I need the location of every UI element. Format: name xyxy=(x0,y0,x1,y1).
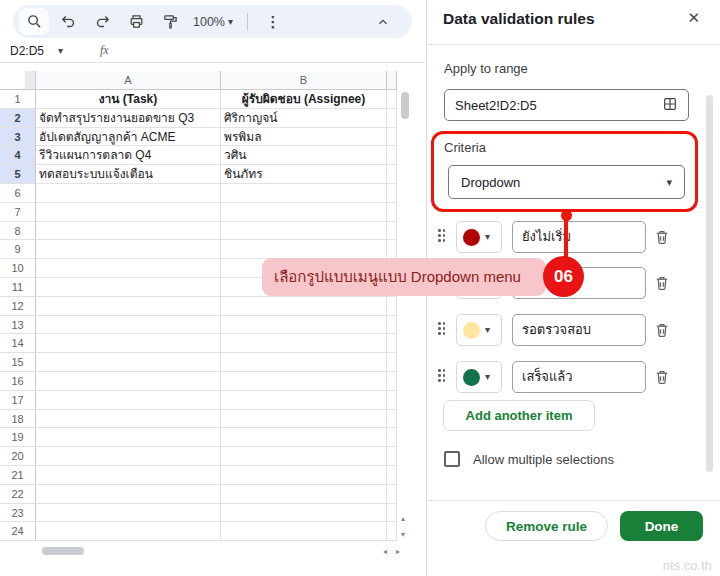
row-header-4[interactable]: 4 xyxy=(0,146,36,165)
row-header-22[interactable]: 22 xyxy=(0,485,36,504)
cell-c-sliver[interactable] xyxy=(387,184,397,203)
cell-B6[interactable] xyxy=(221,184,387,203)
cell-c-sliver[interactable] xyxy=(387,428,397,447)
cell-B5[interactable]: ชินภัทร xyxy=(221,165,387,184)
item-value-input[interactable]: ยังไม่เริ่ม xyxy=(512,221,646,253)
cell-c-sliver[interactable] xyxy=(387,447,397,466)
panel-scrollbar[interactable] xyxy=(706,95,713,472)
cell-A4[interactable]: รีวิวแผนการตลาด Q4 xyxy=(36,146,221,165)
row-header-15[interactable]: 15 xyxy=(0,353,36,372)
cell-A13[interactable] xyxy=(36,316,221,335)
cell-A10[interactable] xyxy=(36,259,221,278)
cell-c-sliver[interactable] xyxy=(387,203,397,222)
cell-c-sliver[interactable] xyxy=(387,146,397,165)
scroll-up-icon[interactable]: ▴ xyxy=(401,515,405,523)
select-range-icon[interactable] xyxy=(662,96,678,115)
cell-A21[interactable] xyxy=(36,466,221,485)
range-input[interactable]: Sheet2!D2:D5 xyxy=(444,89,689,121)
cell-B21[interactable] xyxy=(221,466,387,485)
cell-A5[interactable]: ทดสอบระบบแจ้งเตือน xyxy=(36,165,221,184)
row-header-11[interactable]: 11 xyxy=(0,278,36,297)
row-header-13[interactable]: 13 xyxy=(0,316,36,335)
row-header-17[interactable]: 17 xyxy=(0,391,36,410)
drag-handle-icon[interactable] xyxy=(438,369,447,384)
cell-c-sliver[interactable] xyxy=(387,353,397,372)
allow-multiple-checkbox[interactable] xyxy=(444,451,460,467)
cell-c-sliver[interactable] xyxy=(387,90,397,109)
cell-B24[interactable] xyxy=(221,522,387,541)
row-header-9[interactable]: 9 xyxy=(0,240,36,259)
row-header-19[interactable]: 19 xyxy=(0,428,36,447)
cell-A14[interactable] xyxy=(36,334,221,353)
redo-icon[interactable] xyxy=(87,8,117,35)
cell-A16[interactable] xyxy=(36,372,221,391)
cell-A23[interactable] xyxy=(36,504,221,523)
row-header-7[interactable]: 7 xyxy=(0,203,36,222)
cell-c-sliver[interactable] xyxy=(387,297,397,316)
cell-B12[interactable] xyxy=(221,297,387,316)
row-header-21[interactable]: 21 xyxy=(0,466,36,485)
cell-A6[interactable] xyxy=(36,184,221,203)
vertical-scrollbar[interactable] xyxy=(401,92,409,119)
cell-B17[interactable] xyxy=(221,391,387,410)
horizontal-scrollbar[interactable] xyxy=(42,547,84,555)
cell-c-sliver[interactable] xyxy=(387,485,397,504)
cell-A12[interactable] xyxy=(36,297,221,316)
row-header-20[interactable]: 20 xyxy=(0,447,36,466)
row-header-23[interactable]: 23 xyxy=(0,504,36,523)
row-header-2[interactable]: 2 xyxy=(0,109,36,128)
add-another-item-button[interactable]: Add another item xyxy=(443,400,595,431)
item-value-input[interactable]: รอตรวจสอบ xyxy=(512,314,646,346)
select-all-corner[interactable] xyxy=(0,71,36,90)
column-header-a[interactable]: A xyxy=(36,71,221,90)
cell-B2[interactable]: ศิริกาญจน์ xyxy=(221,109,387,128)
row-header-16[interactable]: 16 xyxy=(0,372,36,391)
remove-rule-button[interactable]: Remove rule xyxy=(485,511,608,541)
item-value-input[interactable]: เสร็จแล้ว xyxy=(512,361,646,393)
row-header-10[interactable]: 10 xyxy=(0,259,36,278)
cell-B19[interactable] xyxy=(221,428,387,447)
delete-item-icon[interactable] xyxy=(653,228,673,248)
cell-c-sliver[interactable] xyxy=(387,128,397,147)
cell-B1[interactable]: ผู้รับผิดชอบ (Assignee) xyxy=(221,90,387,109)
cell-B23[interactable] xyxy=(221,504,387,523)
cell-B13[interactable] xyxy=(221,316,387,335)
cell-c-sliver[interactable] xyxy=(387,316,397,335)
row-header-5[interactable]: 5 xyxy=(0,165,36,184)
cell-A19[interactable] xyxy=(36,428,221,447)
criteria-dropdown[interactable]: Dropdown ▾ xyxy=(448,165,685,199)
cell-A7[interactable] xyxy=(36,203,221,222)
column-header-b[interactable]: B xyxy=(221,71,387,90)
row-header-24[interactable]: 24 xyxy=(0,522,36,541)
cell-c-sliver[interactable] xyxy=(387,222,397,241)
cell-B4[interactable]: วศิน xyxy=(221,146,387,165)
column-header-c-sliver[interactable] xyxy=(387,71,397,90)
scroll-right-icon[interactable]: ▸ xyxy=(396,548,400,556)
print-icon[interactable] xyxy=(121,8,151,35)
row-header-3[interactable]: 3 xyxy=(0,128,36,147)
drag-handle-icon[interactable] xyxy=(438,322,447,337)
cell-c-sliver[interactable] xyxy=(387,466,397,485)
cell-A22[interactable] xyxy=(36,485,221,504)
row-header-8[interactable]: 8 xyxy=(0,222,36,241)
zoom-control[interactable]: 100% ▾ xyxy=(189,15,237,29)
cell-A20[interactable] xyxy=(36,447,221,466)
cell-B3[interactable]: พรพิมล xyxy=(221,128,387,147)
undo-icon[interactable] xyxy=(53,8,83,35)
row-header-12[interactable]: 12 xyxy=(0,297,36,316)
search-icon[interactable] xyxy=(19,8,49,35)
cell-A8[interactable] xyxy=(36,222,221,241)
row-header-1[interactable]: 1 xyxy=(0,90,36,109)
cell-A24[interactable] xyxy=(36,522,221,541)
row-header-14[interactable]: 14 xyxy=(0,334,36,353)
cell-c-sliver[interactable] xyxy=(387,504,397,523)
cell-A2[interactable]: จัดทำสรุปรายงานยอดขาย Q3 xyxy=(36,109,221,128)
delete-item-icon[interactable] xyxy=(653,321,673,341)
close-icon[interactable]: ✕ xyxy=(687,9,700,27)
collapse-toolbar-icon[interactable] xyxy=(368,8,398,35)
cell-B16[interactable] xyxy=(221,372,387,391)
cell-c-sliver[interactable] xyxy=(387,334,397,353)
cell-c-sliver[interactable] xyxy=(387,109,397,128)
color-chip-button[interactable]: ▾ xyxy=(456,361,502,393)
cell-c-sliver[interactable] xyxy=(387,372,397,391)
